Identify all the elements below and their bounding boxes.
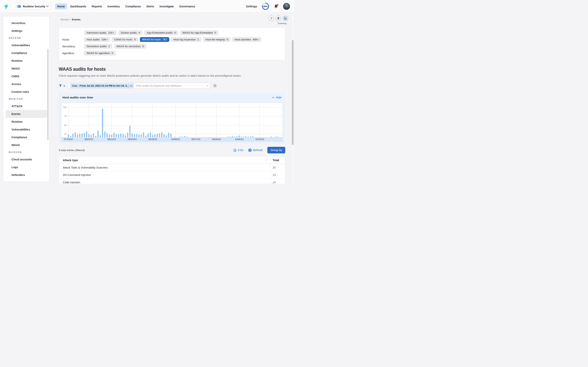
nav-governance[interactable]: Governance <box>177 3 197 9</box>
table-row[interactable]: OS Command Injection13 <box>59 171 285 179</box>
nav-compliance[interactable]: Compliance <box>123 3 143 9</box>
breadcrumb: Monitor/Events <box>61 18 80 21</box>
product-switcher[interactable]: Runtime Security <box>12 3 51 9</box>
help-icon[interactable]: ? <box>268 16 274 21</box>
breadcrumb-current: Events <box>72 18 80 21</box>
chip-count: 1 <box>197 38 199 41</box>
progress-ring-value: 80% <box>263 5 268 8</box>
sidebar-item-vulnerabilities[interactable]: Vulnerabilities <box>3 41 49 49</box>
audit-chip-group: Serverless audits1WAAS for serverless0 <box>84 44 147 49</box>
svg-text:09/26/23: 09/26/23 <box>212 138 221 140</box>
app-window: Runtime Security HomeDashboardsReportsIn… <box>0 0 294 184</box>
sort-ascending-icon[interactable]: ↑ <box>266 158 267 162</box>
chip-label: Host log inspection <box>173 38 196 41</box>
chip-count: 11K+ <box>108 31 114 34</box>
alerts-bell-icon[interactable] <box>276 16 281 21</box>
export-csv-button[interactable]: CSV <box>233 149 244 152</box>
nav-home[interactable]: Home <box>55 3 67 9</box>
sidebar-item-vulnerabilities[interactable]: Vulnerabilities <box>3 126 49 133</box>
sidebar-item-cloud-accounts[interactable]: Cloud accounts <box>3 156 49 163</box>
total-link[interactable]: 13 <box>273 173 276 176</box>
date-chip-prefix: Date: <box>72 84 78 87</box>
total-cell: 14 <box>270 179 285 184</box>
notification-badge <box>277 4 278 6</box>
sidebar-section-manage: MANAGE <box>3 149 49 156</box>
user-avatar[interactable] <box>283 3 290 10</box>
nav-reports[interactable]: Reports <box>90 3 104 9</box>
sidebar-item-defenders[interactable]: Defenders <box>3 171 49 179</box>
breadcrumb-parent[interactable]: Monitor <box>61 18 69 21</box>
brand-logo-icon[interactable] <box>3 3 9 10</box>
filter-help-icon[interactable]: ? <box>213 84 217 88</box>
refresh-button[interactable]: Refresh <box>248 149 263 152</box>
audit-chip-waas-for-app-embedded[interactable]: WAAS for App-Embedded0 <box>180 30 218 35</box>
sidebar-item-settings[interactable]: Settings <box>3 27 49 35</box>
refresh-icon <box>248 149 252 152</box>
svg-text:08/11/23: 08/11/23 <box>107 138 116 140</box>
sidebar-item-access[interactable]: Access <box>3 80 49 88</box>
column-header-total[interactable]: Total <box>270 157 285 164</box>
page-scrollbar-thumb[interactable] <box>292 40 294 145</box>
nav-inventory[interactable]: Inventory <box>106 3 122 9</box>
total-link[interactable]: 20 <box>273 166 276 169</box>
table-row[interactable]: Code Injection14 <box>59 179 285 184</box>
audit-chip-app-embedded-audits[interactable]: App-Embedded audits0 <box>144 30 178 35</box>
progress-ring[interactable]: 80% <box>262 3 269 10</box>
scanning-status-label: Scanning... <box>278 22 293 25</box>
filter-input[interactable]: Date: From Jul 23, 2023 01:14 PM to Oct … <box>68 83 210 89</box>
audit-chip-waas-for-agentless[interactable]: WAAS for agentless0 <box>84 51 116 56</box>
audit-category-row: AgentlessWAAS for agentless0 <box>62 51 285 56</box>
nav-dashboards[interactable]: Dashboards <box>69 3 88 9</box>
clear-filter-icon[interactable]: × <box>207 84 208 87</box>
settings-link[interactable]: Settings <box>246 5 257 8</box>
sidebar-item-alerts[interactable]: Alerts <box>3 179 49 182</box>
audit-chip-waas-for-serverless[interactable]: WAAS for serverless0 <box>114 44 147 49</box>
remove-date-filter-icon[interactable]: × <box>130 84 132 87</box>
chip-count: 787 <box>163 38 167 41</box>
hide-chart-button[interactable]: Hide <box>272 96 282 99</box>
notifications-bell-icon[interactable] <box>274 4 278 8</box>
column-header-attack-type[interactable]: Attack type ↑ <box>59 157 270 164</box>
sidebar-item-compliance[interactable]: Compliance <box>3 133 49 141</box>
sidebar-item-serverless[interactable]: Serverless <box>3 19 49 27</box>
sidebar-item-waas[interactable]: WAAS <box>3 65 49 72</box>
audit-chip-group: Admission audits11K+Docker audits4App-Em… <box>84 30 218 35</box>
svg-text:09/08/23: 09/08/23 <box>171 138 180 140</box>
nav-investigate[interactable]: Investigate <box>157 3 176 9</box>
total-cell: 20 <box>270 164 285 171</box>
sidebar-item-att-ck[interactable]: ATT&CK <box>3 102 49 110</box>
date-filter-chip[interactable]: Date: From Jul 23, 2023 01:14 PM to Oct … <box>70 83 134 88</box>
audit-chip-cnns-for-hosts[interactable]: CNNS for hosts0 <box>112 37 138 42</box>
audit-chip-docker-audits[interactable]: Docker audits4 <box>118 30 143 35</box>
sidebar-item-runtime[interactable]: Runtime <box>3 57 49 65</box>
filter-funnel-icon[interactable] <box>59 84 62 87</box>
sidebar-item-cnns[interactable]: CNNS <box>3 72 49 80</box>
svg-text:10: 10 <box>64 133 67 135</box>
table-header-row: Attack type ↑ Total <box>59 157 285 164</box>
audit-chip-serverless-audits[interactable]: Serverless audits1 <box>84 44 112 49</box>
sidebar-item-runtime[interactable]: Runtime <box>3 118 49 126</box>
audit-chip-host-activities[interactable]: Host activities40K+ <box>232 37 261 42</box>
sidebar-item-compliance[interactable]: Compliance <box>3 49 49 57</box>
audit-chip-host-log-inspection[interactable]: Host log inspection1 <box>171 37 201 42</box>
nav-alerts[interactable]: Alerts <box>144 3 156 9</box>
sidebar-item-logs[interactable]: Logs <box>3 163 49 171</box>
sidebar: ServerlessSettingsDEFENDVulnerabilitiesC… <box>3 16 49 182</box>
audit-chip-host-audits[interactable]: Host audits10K+ <box>84 37 110 42</box>
page-title: WAAS audits for hosts <box>59 67 106 72</box>
total-link[interactable]: 14 <box>273 181 276 184</box>
sidebar-item-events[interactable]: Events <box>5 110 47 118</box>
audit-chip-host-file-integrity[interactable]: Host file integrity0 <box>203 37 231 42</box>
audit-category-label: Agentless <box>62 52 84 55</box>
chip-count: 0 <box>112 52 113 55</box>
sidebar-item-waas[interactable]: WAAS <box>3 141 49 149</box>
bar-chart-svg: 10407010007/23/2308/01/2308/11/2308/20/2… <box>61 103 283 141</box>
scanning-status-icon[interactable] <box>283 16 288 21</box>
table-row[interactable]: Attack Tools & Vulnerability Scanners20 <box>59 164 285 171</box>
sidebar-scrollbar[interactable] <box>47 49 48 140</box>
audit-chip-admission-audits[interactable]: Admission audits11K+ <box>84 30 117 35</box>
group-by-button[interactable]: Group by <box>267 147 285 153</box>
audit-chip-waas-for-hosts[interactable]: WAAS for hosts787 <box>140 37 169 42</box>
chip-label: Host file integrity <box>206 38 225 41</box>
sidebar-item-custom-rules[interactable]: Custom rules <box>3 88 49 96</box>
